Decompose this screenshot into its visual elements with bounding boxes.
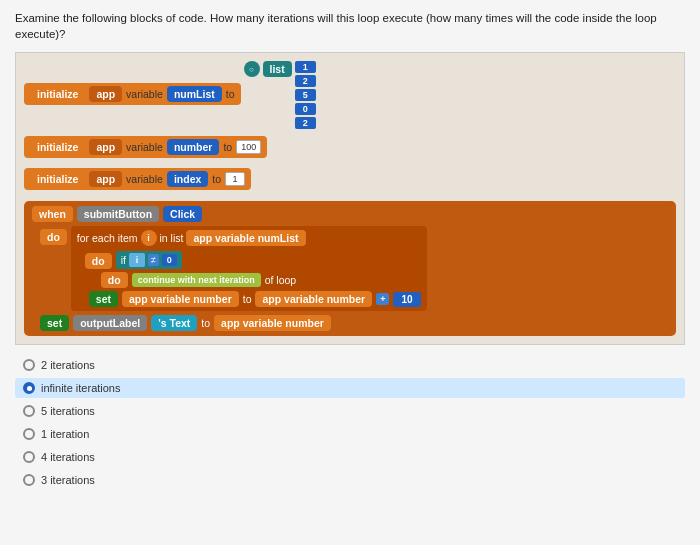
answer-option-4[interactable]: 1 iteration bbox=[15, 424, 685, 444]
text-kw: 's Text bbox=[151, 315, 197, 331]
answer-label-2: infinite iterations bbox=[41, 382, 121, 394]
app-badge-2: app bbox=[89, 139, 122, 155]
answer-label-4: 1 iteration bbox=[41, 428, 89, 440]
output-ref: app variable number bbox=[214, 315, 331, 331]
init-index-row: initialize app variable index to 1 bbox=[24, 168, 676, 195]
inner-do-kw-2: do bbox=[101, 272, 128, 288]
answer-label-6: 3 iterations bbox=[41, 474, 95, 486]
init-index-block: initialize app variable index to 1 bbox=[24, 168, 251, 190]
set-to-kw: to bbox=[243, 293, 252, 305]
in-kw: in list bbox=[160, 232, 184, 244]
variable-kw-2: variable bbox=[126, 141, 163, 153]
continue-label: continue with next iteration bbox=[132, 273, 261, 287]
answer-option-6[interactable]: 3 iterations bbox=[15, 470, 685, 490]
set-kw: set bbox=[89, 291, 118, 307]
page-container: Examine the following blocks of code. Ho… bbox=[0, 0, 700, 503]
if-block: if i ≠ 0 bbox=[116, 251, 182, 269]
not-equal-op: ≠ bbox=[148, 254, 159, 266]
index-var: index bbox=[167, 171, 208, 187]
set-ref: app variable number bbox=[255, 291, 372, 307]
init-number-block: initialize app variable number to 100 bbox=[24, 136, 267, 158]
when-header: when submitButton Click bbox=[32, 206, 668, 222]
answer-option-3[interactable]: 5 iterations bbox=[15, 401, 685, 421]
item-var: i bbox=[141, 230, 157, 246]
list-val-2: 2 bbox=[295, 75, 316, 87]
radio-2[interactable] bbox=[23, 382, 35, 394]
init-number-row: initialize app variable number to 100 bbox=[24, 136, 676, 163]
list-val-3: 5 bbox=[295, 89, 316, 101]
do-outer: do for each item i in list app variable … bbox=[40, 226, 668, 311]
answer-option-1[interactable]: 2 iterations bbox=[15, 355, 685, 375]
answer-label-1: 2 iterations bbox=[41, 359, 95, 371]
when-do-block: when submitButton Click do for each item… bbox=[24, 201, 676, 336]
list-val-5: 2 bbox=[295, 117, 316, 129]
answer-option-2[interactable]: infinite iterations bbox=[15, 378, 685, 398]
list-val-1: 1 bbox=[295, 61, 316, 73]
list-block: ○ list 1 2 5 0 2 bbox=[244, 61, 316, 131]
question-text: Examine the following blocks of code. Ho… bbox=[15, 10, 685, 42]
initialize-keyword: initialize bbox=[30, 86, 85, 102]
number-value: 100 bbox=[236, 140, 261, 154]
zero-val: 0 bbox=[162, 254, 177, 266]
output-set-kw: set bbox=[40, 315, 69, 331]
set-row: set app variable number to app variable … bbox=[89, 291, 421, 307]
inner-do-kw: do bbox=[85, 253, 112, 269]
app-badge-1: app bbox=[89, 86, 122, 102]
list-val-4: 0 bbox=[295, 103, 316, 115]
plus-op: + bbox=[376, 293, 389, 305]
radio-1[interactable] bbox=[23, 359, 35, 371]
number-var: number bbox=[167, 139, 220, 155]
to-kw-3: to bbox=[212, 173, 221, 185]
continue-row: do continue with next iteration of loop bbox=[101, 272, 421, 288]
submit-button-ref: submitButton bbox=[77, 206, 159, 222]
inner-do-row: do if i ≠ 0 bbox=[85, 251, 421, 269]
for-each-kw: for each item bbox=[77, 232, 138, 244]
set-val-box: 10 bbox=[393, 292, 420, 307]
index-value: 1 bbox=[225, 172, 245, 186]
init-numlist-row: initialize app variable numList to ○ lis… bbox=[24, 61, 676, 131]
when-keyword: when bbox=[32, 206, 73, 222]
list-circle: ○ bbox=[244, 61, 260, 77]
for-each-block: for each item i in list app variable num… bbox=[71, 226, 427, 311]
initialize-keyword-2: initialize bbox=[30, 139, 85, 155]
list-values: 1 2 5 0 2 bbox=[295, 61, 316, 131]
radio-5[interactable] bbox=[23, 451, 35, 463]
initialize-keyword-3: initialize bbox=[30, 171, 85, 187]
output-label: outputLabel bbox=[73, 315, 147, 331]
var-a-box: i bbox=[129, 253, 145, 267]
output-to-kw: to bbox=[201, 317, 210, 329]
app-badge-3: app bbox=[89, 171, 122, 187]
list-header-row: ○ list bbox=[244, 61, 292, 77]
code-block-visual: initialize app variable numList to ○ lis… bbox=[15, 52, 685, 345]
variable-kw-1: variable bbox=[126, 88, 163, 100]
answer-section: 2 iterations infinite iterations 5 itera… bbox=[15, 355, 685, 490]
answer-label-3: 5 iterations bbox=[41, 405, 95, 417]
radio-4[interactable] bbox=[23, 428, 35, 440]
if-kw: if bbox=[121, 254, 126, 266]
answer-label-5: 4 iterations bbox=[41, 451, 95, 463]
set-var: app variable number bbox=[122, 291, 239, 307]
answer-option-5[interactable]: 4 iterations bbox=[15, 447, 685, 467]
for-each-header: for each item i in list app variable num… bbox=[77, 230, 421, 246]
numlist-var: numList bbox=[167, 86, 222, 102]
radio-6[interactable] bbox=[23, 474, 35, 486]
list-label: list bbox=[263, 61, 292, 77]
of-loop-text: of loop bbox=[265, 274, 297, 286]
output-row: set outputLabel 's Text to app variable … bbox=[40, 315, 668, 331]
init-numlist-block: initialize app variable numList to bbox=[24, 83, 241, 105]
radio-3[interactable] bbox=[23, 405, 35, 417]
list-ref: app variable numList bbox=[186, 230, 305, 246]
variable-kw-3: variable bbox=[126, 173, 163, 185]
do-keyword: do bbox=[40, 229, 67, 245]
to-kw-1: to bbox=[226, 88, 235, 100]
click-action: Click bbox=[163, 206, 202, 222]
to-kw-2: to bbox=[223, 141, 232, 153]
